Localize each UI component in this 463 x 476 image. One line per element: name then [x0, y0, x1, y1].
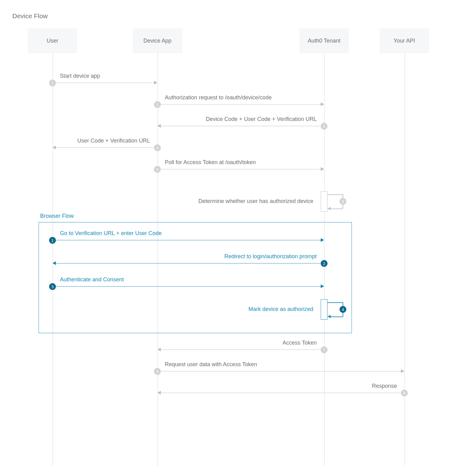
lane-auth0-tenant: Auth0 Tenant	[299, 28, 349, 53]
browser-step-2: 2 Redirect to login/authorization prompt	[52, 255, 324, 269]
step-4: 4 User Code + Verification URL	[52, 139, 157, 154]
step-badge: 8	[154, 368, 161, 375]
step-label: Mark device as authorized	[248, 306, 313, 313]
step-badge: 1	[49, 80, 56, 86]
step-badge: 5	[154, 166, 161, 173]
step-label: Determine whether user has authorized de…	[198, 198, 313, 205]
step-label: Request user data with Access Token	[165, 361, 257, 368]
step-label: User Code + Verification URL	[77, 138, 150, 144]
lane-your-api: Your API	[380, 28, 429, 53]
browser-step-1: 1 Go to Verification URL + enter User Co…	[52, 231, 324, 246]
step-7: 7 Access Token	[157, 341, 324, 356]
step-1: 1 Start device app	[52, 74, 157, 89]
step-2: 2 Authorization request to /oauth/device…	[157, 96, 324, 110]
step-label: Start device app	[60, 73, 100, 79]
device-flow-sequence-diagram: Device Flow User Device App Auth0 Tenant…	[12, 12, 451, 466]
step-badge: 2	[321, 260, 327, 267]
step-label: Authenticate and Consent	[60, 276, 124, 283]
step-3: 3 Device Code + User Code + Verification…	[157, 117, 324, 132]
step-badge: 2	[154, 101, 161, 108]
step-9: 9 Response	[157, 384, 404, 399]
step-label: Poll for Access Token at /oauth/token	[165, 159, 256, 166]
step-label: Go to Verification URL + enter User Code	[60, 230, 162, 237]
step-8: 8 Request user data with Access Token	[157, 362, 404, 377]
step-badge: 7	[321, 346, 327, 353]
step-badge: 6	[340, 198, 346, 205]
lifeline-api	[404, 53, 405, 466]
step-label: Device Code + User Code + Verification U…	[206, 116, 317, 122]
step-label: Response	[372, 383, 397, 389]
step-label: Access Token	[282, 340, 317, 346]
lane-device-app: Device App	[133, 28, 182, 53]
step-badge: 3	[321, 123, 327, 130]
step-5: 5 Poll for Access Token at /oauth/token	[157, 160, 324, 175]
step-badge: 9	[401, 390, 408, 396]
lane-user: User	[28, 28, 77, 53]
step-badge: 3	[49, 283, 56, 290]
step-label: Redirect to login/authorization prompt	[224, 253, 317, 260]
step-label: Authorization request to /oauth/device/c…	[165, 94, 272, 101]
browser-flow-title: Browser Flow	[40, 213, 74, 219]
browser-step-3: 3 Authenticate and Consent	[52, 278, 324, 292]
step-badge: 4	[154, 144, 161, 151]
step-badge: 4	[340, 306, 346, 313]
step-6: Determine whether user has authorized de…	[12, 191, 352, 216]
browser-step-4: Mark device as authorized 4	[12, 299, 352, 324]
step-badge: 1	[49, 237, 56, 244]
diagram-title: Device Flow	[12, 12, 48, 20]
